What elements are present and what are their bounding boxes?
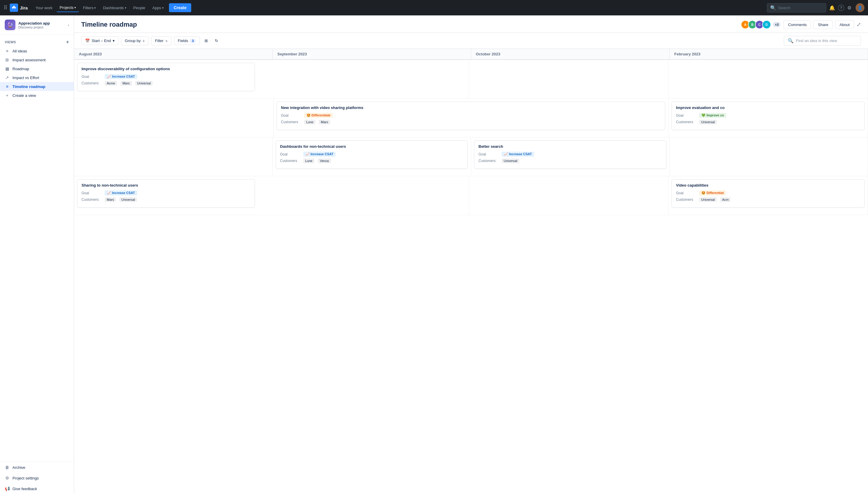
card-goal-field: Goal 📈 Increase CSAT xyxy=(82,190,251,195)
search-input[interactable] xyxy=(778,6,823,10)
page-title: Timeline roadmap xyxy=(81,21,137,28)
card-sharing[interactable]: Sharing to non-technical users Goal 📈 In… xyxy=(77,179,255,208)
projects-link[interactable]: Projects ▾ xyxy=(57,3,79,12)
row3-col-feb xyxy=(670,137,868,176)
goal-badge: 🤩 Differentiate xyxy=(304,113,333,118)
card-dashboards[interactable]: Dashboards for non-technical users Goal … xyxy=(276,140,468,169)
customer-venus: Venus xyxy=(318,158,331,163)
idea-search[interactable]: 🔍 xyxy=(784,36,861,45)
row4-col-oct xyxy=(469,176,669,215)
row3-col-sep: Dashboards for non-technical users Goal … xyxy=(273,137,471,176)
share-button[interactable]: Share xyxy=(813,20,833,29)
people-link[interactable]: People xyxy=(130,4,148,12)
sidebar-item-impact-effort[interactable]: ↗ Impact vs Effort xyxy=(0,73,74,82)
customer-lune: Lune xyxy=(303,158,314,163)
customer-universal: Universal xyxy=(699,120,717,125)
goal-badge: 📈 Increase CSAT xyxy=(105,190,137,195)
grid-icon[interactable]: ⠿ xyxy=(3,4,7,11)
search-icon: 🔍 xyxy=(770,5,776,11)
apps-link[interactable]: Apps ▾ xyxy=(149,4,167,12)
goal-badge: 📈 Increase CSAT xyxy=(303,152,336,157)
jira-logo-icon xyxy=(10,3,18,12)
page-header: Timeline roadmap A B C D +3 Comments Sha… xyxy=(74,15,868,33)
expand-button[interactable]: ⤢ xyxy=(856,21,861,28)
row3-col-oct: Better search Goal 📈 Increase CSAT Custo… xyxy=(471,137,670,176)
timeline-roadmap-icon: ≡ xyxy=(5,84,10,89)
sidebar-item-archive[interactable]: 🗑 Archive xyxy=(0,462,74,473)
card-better-search[interactable]: Better search Goal 📈 Increase CSAT Custo… xyxy=(474,140,666,169)
fields-button[interactable]: Fields 3 xyxy=(174,36,200,45)
row2-col-aug xyxy=(74,99,274,137)
view-options-button[interactable]: ⊞ xyxy=(202,37,210,45)
app-layout: 🔮 Appreciation app Discovery project ‹ V… xyxy=(0,0,868,494)
project-settings-icon: ⚙ xyxy=(5,476,10,480)
filter-button[interactable]: Filter + xyxy=(151,36,171,45)
card-title: Video capabilities xyxy=(676,183,860,188)
jira-logo[interactable]: Jira xyxy=(10,3,28,12)
row1-col-oct xyxy=(469,60,669,98)
timeline-row-3: Dashboards for non-technical users Goal … xyxy=(74,137,868,176)
sidebar-item-timeline-roadmap[interactable]: ≡ Timeline roadmap xyxy=(0,82,74,91)
sidebar-bottom: 🗑 Archive ⚙ Project settings 📢 Give feed… xyxy=(0,462,74,494)
card-goal-field: Goal 🤩 Differentiat xyxy=(676,190,860,195)
all-ideas-icon: ≡ xyxy=(5,49,10,53)
search-bar[interactable]: 🔍 xyxy=(767,3,826,13)
card-goal-field: Goal 📈 Increase CSAT xyxy=(280,152,464,157)
sidebar-item-all-ideas[interactable]: ≡ All ideas xyxy=(0,46,74,55)
user-avatar[interactable]: 👤 xyxy=(855,3,865,12)
customer-lune: Lune xyxy=(304,120,315,125)
card-customers-field: Customers Lune Venus xyxy=(280,158,464,163)
dashboards-link[interactable]: Dashboards ▾ xyxy=(100,4,129,12)
customer-universal: Universal xyxy=(699,197,717,202)
calendar-icon: 📅 xyxy=(85,38,90,43)
refresh-button[interactable]: ↻ xyxy=(213,37,220,45)
card-new-integration[interactable]: New integration with video sharing platf… xyxy=(276,101,666,130)
card-goal-field: Goal 📈 Increase CSAT xyxy=(478,152,662,157)
apps-chevron: ▾ xyxy=(162,6,164,10)
timeline-row-2: New integration with video sharing platf… xyxy=(74,99,868,137)
card-customers-field: Customers Lune Mars xyxy=(281,120,661,125)
page-header-right: A B C D +3 Comments Share About ⤢ xyxy=(741,20,861,29)
card-customers-field: Customers Mars Universal xyxy=(82,197,251,202)
row2-col-sep-oct: New integration with video sharing platf… xyxy=(274,99,669,137)
help-icon[interactable]: ? xyxy=(838,5,844,11)
idea-search-input[interactable] xyxy=(796,38,857,43)
sidebar-item-roadmap[interactable]: ▦ Roadmap xyxy=(0,64,74,73)
customer-acm: Acm xyxy=(720,197,731,202)
idea-search-icon: 🔍 xyxy=(788,38,794,43)
start-end-button[interactable]: 📅 Start – End ▾ xyxy=(81,36,119,45)
filters-chevron: ▾ xyxy=(94,6,96,10)
settings-icon[interactable]: ⚙ xyxy=(846,4,853,12)
sidebar-item-create-view[interactable]: + Create a view xyxy=(0,91,74,100)
sidebar-collapse-icon[interactable]: ‹ xyxy=(68,23,69,27)
views-section-label: VIEWS + xyxy=(0,35,74,46)
impact-assessment-icon: ⊞ xyxy=(5,57,10,62)
notifications-icon[interactable]: 🔔 xyxy=(827,4,837,12)
filters-link[interactable]: Filters ▾ xyxy=(80,4,99,12)
timeline-col-aug: August 2023 xyxy=(74,49,273,59)
avatar-4[interactable]: D xyxy=(762,20,771,29)
sidebar-project[interactable]: 🔮 Appreciation app Discovery project ‹ xyxy=(0,15,74,35)
sidebar-item-impact-assessment[interactable]: ⊞ Impact assessment xyxy=(0,55,74,64)
card-title: Improve discoverability of configuration… xyxy=(82,66,251,71)
card-customers-field: Customers Universal Acm xyxy=(676,197,860,202)
card-improve-evaluation[interactable]: Improve evaluation and co Goal 💚 Improve… xyxy=(671,101,865,130)
add-view-btn[interactable]: + xyxy=(66,39,69,45)
sidebar-item-give-feedback[interactable]: 📢 Give feedback xyxy=(0,483,74,494)
card-goal-field: Goal 💚 Improve co xyxy=(676,113,860,118)
card-video-capabilities[interactable]: Video capabilities Goal 🤩 Differentiat C… xyxy=(671,179,865,208)
group-by-button[interactable]: Group by + xyxy=(121,36,149,45)
group-by-plus: + xyxy=(143,38,145,43)
card-improve-discoverability[interactable]: Improve discoverability of configuration… xyxy=(77,63,255,91)
card-title: Better search xyxy=(478,144,662,149)
about-button[interactable]: About xyxy=(835,20,854,29)
create-button[interactable]: Create xyxy=(169,3,192,12)
your-work-link[interactable]: Your work xyxy=(33,4,55,12)
row4-col-aug-sep: Sharing to non-technical users Goal 📈 In… xyxy=(74,176,469,215)
goal-badge: 💚 Improve co xyxy=(699,113,726,118)
comments-button[interactable]: Comments xyxy=(783,20,811,29)
project-sub: Discovery project xyxy=(18,25,50,29)
card-title: New integration with video sharing platf… xyxy=(281,106,661,110)
sidebar-item-project-settings[interactable]: ⚙ Project settings xyxy=(0,473,74,483)
timeline-area: August 2023 September 2023 October 2023 … xyxy=(74,49,868,494)
